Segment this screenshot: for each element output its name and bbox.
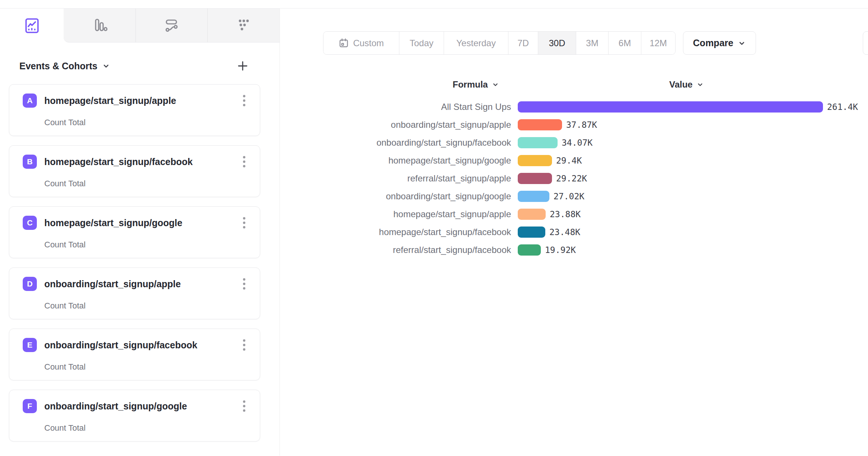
horizontal-bar-chart: All Start Sign Ups 261.4K onboarding/sta… xyxy=(280,98,858,259)
value-header-dropdown[interactable]: Value xyxy=(669,79,704,90)
event-menu-button[interactable] xyxy=(239,93,249,108)
event-card-a[interactable]: A homepage/start_signup/apple Count Tota… xyxy=(9,84,260,136)
event-title: onboarding/start_signup/apple xyxy=(44,279,181,289)
chart-bar[interactable] xyxy=(518,137,558,148)
event-card-c[interactable]: C homepage/start_signup/google Count Tot… xyxy=(9,206,260,258)
chart-category-label: onboarding/start_signup/google xyxy=(280,191,511,202)
chart-category-label: All Start Sign Ups xyxy=(280,102,511,112)
clipped-right-button[interactable] xyxy=(863,31,868,55)
event-title: homepage/start_signup/facebook xyxy=(44,156,193,167)
event-aggregation[interactable]: Count Total xyxy=(44,362,249,372)
formula-header-dropdown[interactable]: Formula xyxy=(453,79,499,90)
events-section-header: Events & Cohorts xyxy=(19,60,248,72)
event-card-e[interactable]: E onboarding/start_signup/facebook Count… xyxy=(9,329,260,380)
chart-bar[interactable] xyxy=(518,191,549,202)
event-badge: A xyxy=(23,94,37,108)
event-menu-button[interactable] xyxy=(239,215,249,231)
chart-bar[interactable] xyxy=(518,101,823,113)
line-chart-icon xyxy=(23,17,41,34)
add-event-button[interactable] xyxy=(237,60,248,72)
event-card-d[interactable]: D onboarding/start_signup/apple Count To… xyxy=(9,267,260,319)
chart-bar[interactable] xyxy=(518,173,552,184)
date-range-6m[interactable]: 6M xyxy=(608,32,641,54)
event-badge: F xyxy=(23,399,37,413)
events-cohorts-dropdown[interactable]: Events & Cohorts xyxy=(19,61,110,72)
chart-category-label: referral/start_signup/facebook xyxy=(280,245,511,255)
chart-row: homepage/start_signup/apple 23.88K xyxy=(280,205,858,223)
chart-row: onboarding/start_signup/facebook 34.07K xyxy=(280,134,858,152)
kebab-icon xyxy=(243,155,246,168)
chart-category-label: homepage/start_signup/google xyxy=(280,155,511,166)
kebab-icon xyxy=(243,278,246,290)
chart-row: referral/start_signup/facebook 19.92K xyxy=(280,241,858,259)
date-range-7d[interactable]: 7D xyxy=(508,32,538,54)
chart-bar[interactable] xyxy=(518,119,562,130)
event-menu-button[interactable] xyxy=(239,398,249,414)
tab-flows[interactable] xyxy=(135,9,208,42)
bar-chart-icon xyxy=(91,17,108,34)
chart-category-label: onboarding/start_signup/facebook xyxy=(280,137,511,148)
top-window-bar xyxy=(0,0,868,9)
event-badge: D xyxy=(23,277,37,291)
tab-bar-chart[interactable] xyxy=(64,9,135,42)
event-aggregation[interactable]: Count Total xyxy=(44,301,249,311)
chart-value-label: 37.87K xyxy=(566,120,597,130)
date-range-yesterday[interactable]: Yesterday xyxy=(444,32,508,54)
event-card-f[interactable]: F onboarding/start_signup/google Count T… xyxy=(9,390,260,441)
chart-bar[interactable] xyxy=(518,209,546,220)
plus-icon xyxy=(237,60,248,72)
event-title: onboarding/start_signup/facebook xyxy=(44,340,197,351)
event-card-b[interactable]: B homepage/start_signup/facebook Count T… xyxy=(9,145,260,197)
chart-type-tab-group xyxy=(64,9,280,42)
chart-category-label: homepage/start_signup/apple xyxy=(280,209,511,219)
date-range-today[interactable]: Today xyxy=(399,32,444,54)
compare-button[interactable]: Compare xyxy=(683,31,756,55)
funnel-dots-icon xyxy=(235,17,252,34)
event-badge: E xyxy=(23,338,37,352)
event-badge: B xyxy=(23,155,37,169)
chart-value-label: 34.07K xyxy=(562,138,593,148)
chart-bar[interactable] xyxy=(518,227,545,238)
calendar-icon xyxy=(339,38,349,48)
chart-row: homepage/start_signup/google 29.4K xyxy=(280,152,858,170)
chevron-down-icon xyxy=(738,39,746,47)
chart-bar[interactable] xyxy=(518,244,541,256)
event-aggregation[interactable]: Count Total xyxy=(44,118,249,127)
chevron-down-icon xyxy=(696,81,704,88)
chart-row: onboarding/start_signup/google 27.02K xyxy=(280,187,858,205)
date-range-toolbar: Custom Today Yesterday 7D 30D 3M 6M 12M … xyxy=(323,31,756,55)
chart-value-label: 27.02K xyxy=(553,191,584,201)
chart-type-tabstrip xyxy=(0,9,280,42)
chart-category-label: homepage/start_signup/facebook xyxy=(280,227,511,237)
tab-insights-line-chart[interactable] xyxy=(0,9,64,42)
chart-value-label: 261.4K xyxy=(827,102,858,112)
event-card-list: A homepage/start_signup/apple Count Tota… xyxy=(0,84,280,441)
chart-value-label: 23.88K xyxy=(550,209,581,219)
kebab-icon xyxy=(243,339,246,351)
tab-retention[interactable] xyxy=(207,9,280,42)
date-range-30d[interactable]: 30D xyxy=(538,32,576,54)
chart-row: homepage/start_signup/facebook 23.48K xyxy=(280,223,858,241)
chevron-down-icon xyxy=(492,81,499,88)
kebab-icon xyxy=(243,400,246,412)
event-menu-button[interactable] xyxy=(239,276,249,292)
event-title: homepage/start_signup/google xyxy=(44,218,182,228)
date-range-12m[interactable]: 12M xyxy=(641,32,675,54)
date-range-3m[interactable]: 3M xyxy=(576,32,608,54)
chart-row: All Start Sign Ups 261.4K xyxy=(280,98,858,116)
event-aggregation[interactable]: Count Total xyxy=(44,240,249,250)
event-aggregation[interactable]: Count Total xyxy=(44,179,249,189)
kebab-icon xyxy=(243,216,246,229)
report-content: Custom Today Yesterday 7D 30D 3M 6M 12M … xyxy=(280,9,868,456)
date-range-custom[interactable]: Custom xyxy=(323,32,399,54)
event-badge: C xyxy=(23,216,37,230)
event-aggregation[interactable]: Count Total xyxy=(44,423,249,433)
date-range-segmented-control: Custom Today Yesterday 7D 30D 3M 6M 12M xyxy=(323,31,676,55)
chart-value-label: 29.4K xyxy=(556,156,582,165)
chart-row: onboarding/start_signup/apple 37.87K xyxy=(280,116,858,134)
event-title: onboarding/start_signup/google xyxy=(44,401,187,412)
chart-bar[interactable] xyxy=(518,155,552,166)
events-cohorts-title: Events & Cohorts xyxy=(19,61,98,72)
event-menu-button[interactable] xyxy=(239,337,249,353)
event-menu-button[interactable] xyxy=(239,154,249,170)
